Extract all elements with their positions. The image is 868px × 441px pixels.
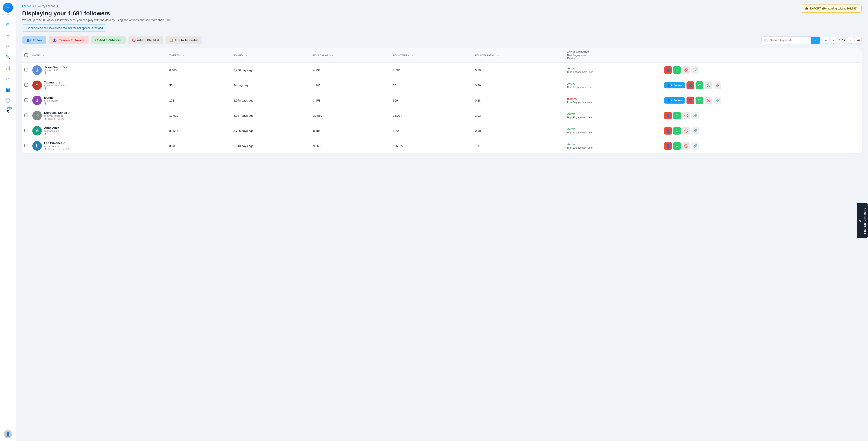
sidebar-item-list-x[interactable]: ≡✗ (3, 75, 12, 84)
sidebar-item-network[interactable]: ✦ (3, 31, 12, 40)
joined-cell: 3,726 days ago (231, 123, 311, 139)
add-to-twitterlist-button[interactable]: 📋 Add to Twitterlist (165, 36, 202, 44)
sidebar-item-grid[interactable]: ⊞ (3, 20, 12, 29)
whitelist-user-button[interactable]: 🛡 (673, 142, 681, 150)
avatar: D (32, 111, 42, 120)
avatar[interactable]: 👤 (4, 430, 12, 438)
engagement-label: Low Engagement user (567, 101, 659, 104)
link-user-button[interactable]: 🔗 (691, 142, 699, 150)
blacklist-user-button[interactable]: 🚫 (682, 112, 690, 119)
breadcrumb-separator: > (35, 4, 37, 8)
main-content: Followers > All My Followers Displaying … (16, 0, 868, 441)
engagement-label: High Engagement user (567, 116, 659, 119)
sort-followers-icon[interactable]: ▲▼ (410, 55, 414, 57)
remove-user-button[interactable]: 👤 (686, 81, 694, 89)
verified-icon: ✔ (66, 66, 68, 69)
sidebar-item-search[interactable]: 🔍 (3, 53, 12, 62)
row-checkbox-4[interactable] (24, 129, 28, 132)
row-checkbox-cell (22, 139, 30, 153)
sort-name-icon[interactable]: ▲▼ (41, 55, 44, 57)
new-badge: NEW (7, 108, 12, 110)
link-user-button[interactable]: 🔗 (714, 81, 721, 89)
user-info: joanne @joannekh7 📍 (44, 96, 58, 105)
blacklist-user-button[interactable]: 🚫 (705, 96, 712, 104)
user-location: 📍 (44, 72, 68, 75)
whitelist-user-button[interactable]: 🛡 (695, 81, 703, 89)
col-follow-ratio: FOLLOW RATIO ▲▼ (473, 48, 565, 63)
whitelist-user-button[interactable]: 🛡 (673, 127, 681, 135)
status-label: Active (567, 112, 659, 116)
remove-icon: 👤- (53, 38, 57, 42)
remove-followers-button[interactable]: 👤- Remove Followers (49, 36, 89, 44)
user-info: Lee Gimenez ✔ @LeeGimenez 📍Atlanta, Geor… (44, 141, 69, 150)
sort-joined-icon[interactable]: ▲▼ (244, 55, 248, 57)
col-status-label: ACTIVE & INACTIVE (567, 51, 659, 54)
action-cell: 👤 🛡 🚫 🔗 (662, 63, 862, 78)
avatar: L (32, 141, 42, 151)
sort-ratio-icon[interactable]: ▲▼ (495, 55, 499, 57)
sidebar-item-chart[interactable]: 📊 (3, 63, 12, 72)
user-handle: @yamursert829251 (44, 84, 66, 87)
filter-options-tab[interactable]: ⚙ FILTER OPTIONS (857, 203, 868, 238)
follow-button[interactable]: 👤+ Follow (22, 36, 46, 44)
pagination-last-button[interactable]: ⏭ (855, 37, 862, 43)
pagination-first-button[interactable]: ⏮ (823, 37, 829, 43)
remove-user-button[interactable]: 👤 (664, 112, 672, 119)
remove-user-button[interactable]: 👤 (686, 96, 694, 104)
logo-icon[interactable]: 🐦 (3, 3, 13, 13)
blacklist-user-button[interactable]: 🚫 (682, 66, 690, 74)
blacklist-user-button[interactable]: 🚫 (705, 81, 712, 89)
remove-user-button[interactable]: 👤 (664, 142, 672, 150)
row-checkbox-5[interactable] (24, 144, 28, 147)
pagination-prev-button[interactable]: ‹ (830, 37, 837, 43)
pagination: ⏮ ‹ 3/ 17 › ⏭ (823, 37, 862, 43)
follow-user-button[interactable]: 👤+ Follow (664, 82, 685, 88)
link-user-button[interactable]: 🔗 (691, 127, 699, 135)
table-row: J joanne @joannekh7 📍 123 3,978 days ago… (22, 93, 862, 108)
link-user-button[interactable]: 🔗 (714, 96, 721, 104)
remove-user-button[interactable]: 👤 (664, 127, 672, 135)
whitelist-user-button[interactable]: 🛡 (673, 112, 681, 119)
ratio-cell: 1.11 (473, 139, 565, 153)
sidebar-item-target[interactable]: ◎ (3, 42, 12, 51)
add-to-whitelist-button[interactable]: 🛡 Add to Whitelist (91, 36, 126, 44)
select-all-checkbox[interactable] (24, 53, 28, 57)
sidebar-item-people[interactable]: 👥 (3, 85, 12, 94)
user-location: 📍 (44, 102, 58, 105)
sort-following-icon[interactable]: ▲▼ (330, 55, 333, 57)
blacklist-user-button[interactable]: 🚫 (682, 142, 690, 150)
row-checkbox-cell (22, 123, 30, 139)
followers-table: NAME ▲▼ TWEETS ▲▼ JOINED ▲▼ FOLLOWING ▲▼… (22, 48, 862, 153)
row-checkbox-1[interactable] (24, 83, 28, 87)
blacklist-user-button[interactable]: 🚫 (682, 127, 690, 135)
col-metrics-label: Metrics (567, 57, 659, 60)
row-actions: 👤 🛡 🚫 🔗 (664, 66, 860, 74)
add-to-blacklist-button[interactable]: 🚫 Add to Blacklist (128, 36, 163, 44)
sort-tweets-icon[interactable]: ▲▼ (181, 55, 185, 57)
row-checkbox-2[interactable] (24, 98, 28, 102)
joined-cell: 5,643 days ago (231, 139, 311, 153)
link-user-button[interactable]: 🔗 (691, 66, 699, 74)
whitelist-user-button[interactable]: 🛡 (695, 96, 703, 104)
row-checkbox-cell (22, 93, 30, 108)
table-row: Y Yağmur ors @yamursert829251 📍 55 24 da… (22, 78, 862, 93)
remove-user-button[interactable]: 👤 (664, 66, 672, 74)
tweets-cell: 13,920 (167, 108, 231, 123)
follow-user-button[interactable]: 👤+ Follow (664, 97, 685, 104)
row-checkbox-0[interactable] (24, 68, 28, 71)
link-user-button[interactable]: 🔗 (691, 112, 699, 119)
row-checkbox-3[interactable] (24, 114, 28, 117)
ratio-cell: 0.46 (473, 78, 565, 93)
pagination-next-button[interactable]: › (847, 37, 854, 43)
search-submit-button[interactable]: → (811, 37, 820, 44)
export-button[interactable]: 📥 EXPORT (Remaining token: 101,593) (801, 4, 862, 13)
action-cell: 👤 🛡 🚫 🔗 (662, 108, 862, 123)
whitelist-icon: 🛡 (95, 38, 98, 42)
sidebar-item-clock[interactable]: 🕐 (3, 96, 12, 105)
row-checkbox-cell (22, 108, 30, 123)
whitelist-user-button[interactable]: 🛡 (673, 66, 681, 74)
search-input[interactable] (770, 37, 811, 43)
sidebar-item-x[interactable]: 𝕏 NEW (3, 107, 12, 116)
status-label: Inactive (567, 97, 659, 100)
breadcrumb-followers[interactable]: Followers (22, 4, 34, 8)
